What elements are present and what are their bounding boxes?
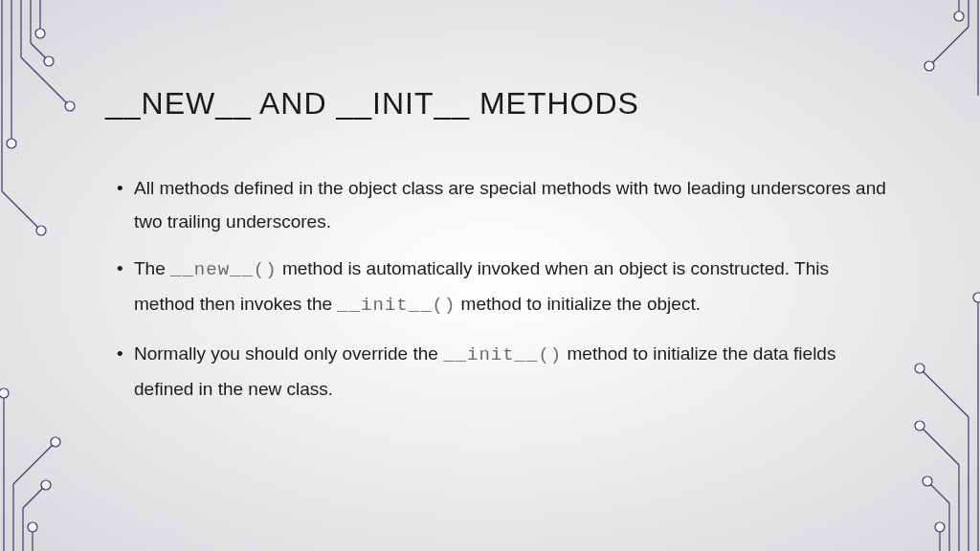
svg-point-41 [935, 522, 945, 532]
bullet-text: method to initialize the object. [456, 294, 701, 314]
svg-point-7 [44, 56, 54, 66]
slide-content: __NEW__ AND __INIT__ METHODS All methods… [105, 86, 894, 419]
svg-line-3 [21, 57, 67, 103]
svg-point-33 [915, 364, 924, 373]
svg-line-6 [31, 43, 46, 58]
bullet-item: Normally you should only override the __… [117, 337, 894, 406]
svg-line-25 [23, 488, 43, 508]
bullet-item: All methods defined in the object class … [117, 171, 894, 238]
svg-line-22 [13, 445, 53, 484]
bullet-text: All methods defined in the object class … [134, 178, 886, 231]
svg-line-32 [923, 371, 969, 417]
code-snippet: __init__() [337, 295, 456, 316]
slide-title: __NEW__ AND __INIT__ METHODS [105, 86, 894, 121]
bullet-list: All methods defined in the object class … [105, 171, 894, 406]
svg-point-39 [923, 476, 932, 486]
bullet-text: The [134, 258, 170, 278]
svg-point-1 [7, 139, 16, 148]
svg-line-11 [2, 191, 38, 228]
svg-point-18 [954, 11, 964, 21]
svg-point-16 [924, 61, 934, 71]
svg-line-35 [923, 429, 959, 465]
svg-point-9 [35, 29, 45, 38]
code-snippet: __new__() [170, 259, 278, 280]
bullet-text: Normally you should only override the [134, 343, 443, 364]
svg-point-4 [65, 101, 75, 111]
svg-point-28 [28, 522, 37, 532]
bullet-item: The __new__() method is automatically in… [117, 252, 894, 322]
svg-point-20 [0, 388, 9, 398]
svg-point-26 [41, 480, 51, 490]
svg-point-23 [51, 437, 60, 447]
svg-point-12 [36, 226, 46, 235]
code-snippet: __init__() [443, 344, 562, 365]
svg-line-38 [930, 484, 949, 503]
svg-line-15 [932, 27, 969, 63]
svg-point-30 [973, 293, 980, 302]
svg-point-36 [915, 421, 924, 430]
